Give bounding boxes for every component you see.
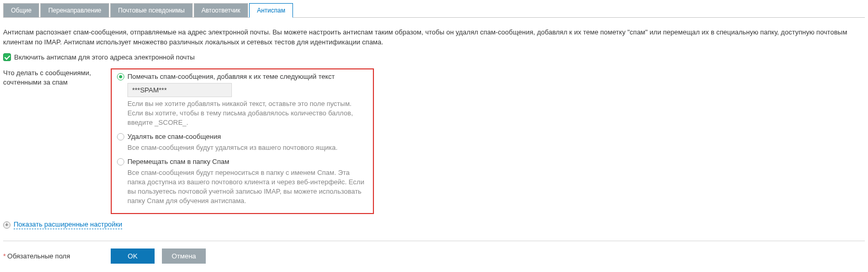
radio-move-spam[interactable]	[117, 158, 124, 165]
tab-general[interactable]: Общие	[3, 3, 39, 17]
spam-action-label: Что делать с сообщениями, сочтенными за …	[3, 68, 111, 87]
radio-mark-spam-label: Помечать спам-сообщения, добавляя к их т…	[127, 73, 335, 81]
radio-mark-spam-hint: Если вы не хотите добавлять никакой текс…	[127, 99, 365, 127]
radio-delete-spam-label: Удалять все спам-сообщения	[127, 133, 221, 141]
tab-autoresponder[interactable]: Автоответчик	[194, 3, 248, 17]
radio-move-spam-hint: Все спам-сообщения будут переноситься в …	[127, 168, 365, 206]
spam-subject-tag-input[interactable]	[127, 83, 232, 97]
enable-antispam-checkbox[interactable]	[3, 53, 11, 61]
radio-mark-spam[interactable]	[117, 73, 124, 80]
intro-text: Антиспам распознает спам-сообщения, отпр…	[3, 27, 865, 47]
cancel-button[interactable]: Отмена	[162, 249, 206, 264]
tabs-bar: Общие Перенаправление Почтовые псевдоним…	[3, 3, 865, 18]
required-fields-note: *Обязательные поля	[3, 252, 111, 260]
expand-icon	[3, 221, 10, 229]
radio-delete-spam[interactable]	[117, 133, 124, 140]
separator	[3, 241, 865, 241]
ok-button[interactable]: OK	[111, 249, 155, 264]
show-advanced-toggle[interactable]: Показать расширенные настройки	[14, 220, 122, 229]
enable-antispam-label: Включить антиспам для этого адреса элект…	[14, 53, 195, 61]
radio-move-spam-label: Перемещать спам в папку Спам	[127, 158, 229, 166]
tab-aliases[interactable]: Почтовые псевдонимы	[110, 3, 193, 17]
tab-forwarding[interactable]: Перенаправление	[40, 3, 109, 17]
radio-delete-spam-hint: Все спам-сообщения будут удаляться из ва…	[127, 143, 365, 152]
required-star-icon: *	[3, 252, 6, 260]
spam-action-options: Помечать спам-сообщения, добавляя к их т…	[111, 68, 374, 214]
tab-antispam[interactable]: Антиспам	[249, 3, 293, 18]
